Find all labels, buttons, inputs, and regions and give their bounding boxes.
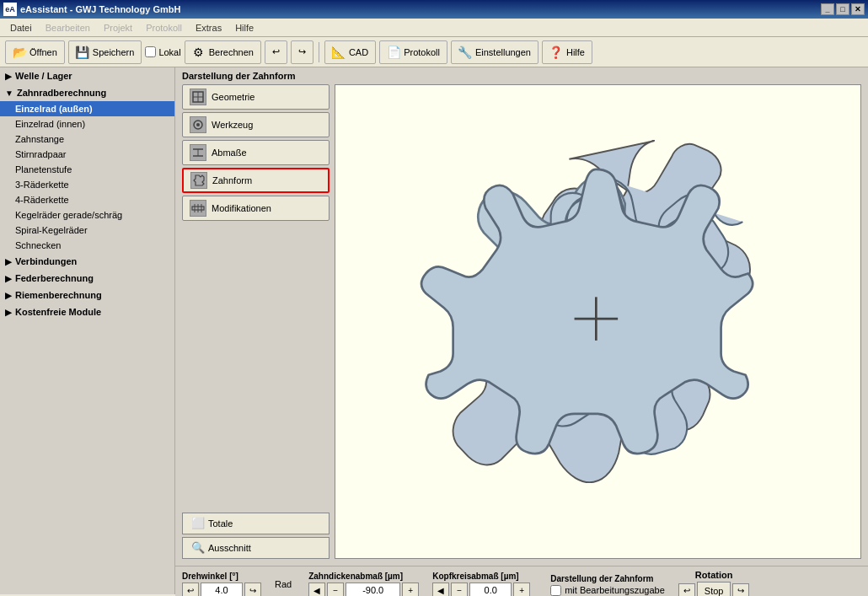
close-button[interactable]: ✕: [851, 3, 865, 15]
separator-1: [319, 42, 319, 62]
window-title: eAssistant - GWJ Technology GmbH: [20, 4, 821, 14]
zahnform-icon: [190, 172, 207, 189]
abmasse-icon: [190, 144, 206, 161]
kopfkreis-row: ◀ − +: [432, 583, 530, 596]
arrow-riemenberechnung: ▶: [5, 291, 12, 300]
cad-icon: 📐: [332, 46, 346, 59]
section-title: Darstellung der Zahnform: [175, 67, 868, 84]
calculate-button[interactable]: ⚙ Berechnen: [185, 40, 261, 64]
darstellung-group: Darstellung der Zahnform mit Bearbeitung…: [550, 574, 665, 596]
titlebar: eA eAssistant - GWJ Technology GmbH _ □ …: [0, 0, 868, 19]
drehwinkel-undo-btn[interactable]: ↩: [182, 583, 199, 596]
kopfkreis-prev-btn[interactable]: ◀: [432, 583, 449, 596]
rotation-group: Rotation ↩ Stop ↪: [678, 570, 750, 596]
menu-protokoll[interactable]: Protokoll: [139, 21, 189, 35]
arrow-federberechnung: ▶: [5, 274, 12, 283]
cad-button[interactable]: 📐 CAD: [324, 40, 376, 64]
minimize-button[interactable]: _: [821, 3, 834, 15]
arrow-verbindungen: ▶: [5, 257, 12, 266]
ausschnitt-button[interactable]: 🔍 Ausschnitt: [182, 537, 330, 559]
open-icon: 📂: [13, 46, 26, 59]
sidebar-item-schnecken[interactable]: Schnecken: [0, 238, 174, 253]
werkzeug-icon: [190, 116, 206, 133]
kopfkreis-group: Kopfkreisabmaß [µm] ◀ − +: [432, 572, 530, 596]
sidebar-item-kegelraeder[interactable]: Kegelräder gerade/schräg: [0, 207, 174, 223]
menu-datei[interactable]: Datei: [3, 21, 39, 35]
visualization-area: .gear-shape { fill: #b8c8d8; stroke: #55…: [335, 84, 861, 559]
zahndicke-prev-btn[interactable]: ◀: [308, 583, 325, 596]
svg-point-4: [196, 123, 200, 126]
sidebar-section-verbindungen[interactable]: ▶ Verbindungen: [0, 253, 174, 270]
kopfkreis-plus-btn[interactable]: +: [513, 583, 530, 596]
zahndicke-minus-btn[interactable]: −: [327, 583, 344, 596]
open-button[interactable]: 📂 Öffnen: [5, 40, 65, 64]
sidebar-item-3-raederkette[interactable]: 3-Räderkette: [0, 177, 174, 192]
sidebar-item-einzelrad-aussen[interactable]: Einzelrad (außen): [0, 101, 174, 116]
kopfkreis-minus-btn[interactable]: −: [451, 583, 468, 596]
geometrie-icon: [190, 89, 206, 105]
sidebar-item-stirnradpaar[interactable]: Stirnradpaar: [0, 147, 174, 162]
geometrie-button[interactable]: Geometrie: [182, 84, 330, 110]
gear-clean: [335, 85, 860, 558]
toolbar: 📂 Öffnen 💾 Speichern Lokal ⚙ Berechnen ↩…: [0, 37, 868, 67]
redo-button[interactable]: ↪: [291, 40, 313, 64]
sidebar-section-federberechnung[interactable]: ▶ Federberechnung: [0, 270, 174, 287]
lokal-checkbox-group: Lokal: [145, 46, 180, 57]
sidebar-item-planetenstufe[interactable]: Planetenstufe: [0, 162, 174, 177]
content-area: Darstellung der Zahnform Geometrie Werkz…: [175, 67, 868, 594]
settings-button[interactable]: 🔧 Einstellungen: [451, 40, 538, 64]
abmasse-button[interactable]: Abmaße: [182, 140, 330, 165]
stop-button[interactable]: Stop: [697, 582, 731, 596]
menu-projekt[interactable]: Projekt: [97, 21, 139, 35]
settings-icon: 🔧: [458, 46, 472, 59]
rotation-redo-btn[interactable]: ↪: [732, 583, 749, 596]
arrow-zahnrad: ▼: [5, 89, 13, 98]
sidebar-item-zahnstange[interactable]: Zahnstange: [0, 132, 174, 147]
bearbeitungszugabe-checkbox[interactable]: [550, 585, 561, 596]
zahndicke-row: ◀ − +: [308, 583, 419, 596]
protokoll-button[interactable]: 📄 Protokoll: [379, 40, 447, 64]
save-button[interactable]: 💾 Speichern: [68, 40, 142, 64]
drehwinkel-row: ↩ ↪: [182, 583, 261, 596]
zahndicke-group: Zahndickenabmaß [µm] ◀ − +: [308, 572, 419, 596]
sidebar-item-spiral-kegelraeder[interactable]: Spiral-Kegelräder: [0, 223, 174, 238]
calculate-icon: ⚙: [192, 46, 206, 59]
window-controls: _ □ ✕: [821, 3, 865, 15]
arrow-welle: ▶: [5, 72, 12, 81]
sidebar-zahnrad-content: Einzelrad (außen) Einzelrad (innen) Zahn…: [0, 101, 174, 253]
sidebar-item-einzelrad-innen[interactable]: Einzelrad (innen): [0, 116, 174, 132]
totale-icon: ⬜: [191, 517, 205, 529]
modifikationen-icon: [190, 200, 206, 217]
zahndicke-plus-btn[interactable]: +: [402, 583, 419, 596]
sidebar-item-4-raederkette[interactable]: 4-Räderkette: [0, 192, 174, 207]
rotation-undo-btn[interactable]: ↩: [678, 583, 695, 596]
inner-layout: Geometrie Werkzeug Abmaße: [175, 84, 868, 566]
rad-label-container: Rad: [275, 579, 295, 591]
help-button[interactable]: ❓ Hilfe: [542, 40, 592, 64]
bottom-info: Drehwinkel [°] ↩ ↪ Rad Zahndickenabmaß […: [175, 566, 868, 596]
modifikationen-button[interactable]: Modifikationen: [182, 196, 330, 221]
sidebar: ▶ Welle / Lager ▼ Zahnradberechnung Einz…: [0, 67, 175, 594]
sidebar-section-welle[interactable]: ▶ Welle / Lager: [0, 67, 174, 84]
arrow-kostenfreie: ▶: [5, 308, 12, 317]
left-panel: Geometrie Werkzeug Abmaße: [182, 84, 330, 559]
sidebar-section-riemenberechnung[interactable]: ▶ Riemenberechnung: [0, 287, 174, 303]
sidebar-section-zahnrad[interactable]: ▼ Zahnradberechnung: [0, 84, 174, 101]
maximize-button[interactable]: □: [836, 3, 849, 15]
save-icon: 💾: [76, 46, 89, 59]
zahnform-button[interactable]: Zahnform: [182, 168, 330, 193]
menu-hilfe[interactable]: Hilfe: [228, 21, 260, 35]
werkzeug-button[interactable]: Werkzeug: [182, 112, 330, 137]
drehwinkel-input[interactable]: [201, 583, 243, 596]
lokal-checkbox[interactable]: [145, 46, 156, 57]
menu-bearbeiten[interactable]: Bearbeiten: [39, 21, 97, 35]
protokoll-icon: 📄: [387, 46, 400, 59]
drehwinkel-redo-btn[interactable]: ↪: [244, 583, 261, 596]
sidebar-section-kostenfreie[interactable]: ▶ Kostenfreie Module: [0, 303, 174, 320]
kopfkreis-input[interactable]: [469, 583, 512, 596]
menu-extras[interactable]: Extras: [189, 21, 228, 35]
undo-button[interactable]: ↩: [265, 40, 287, 64]
main-layout: ▶ Welle / Lager ▼ Zahnradberechnung Einz…: [0, 67, 868, 594]
zahndicke-input[interactable]: [346, 583, 400, 596]
totale-button[interactable]: ⬜ Totale: [182, 513, 330, 534]
